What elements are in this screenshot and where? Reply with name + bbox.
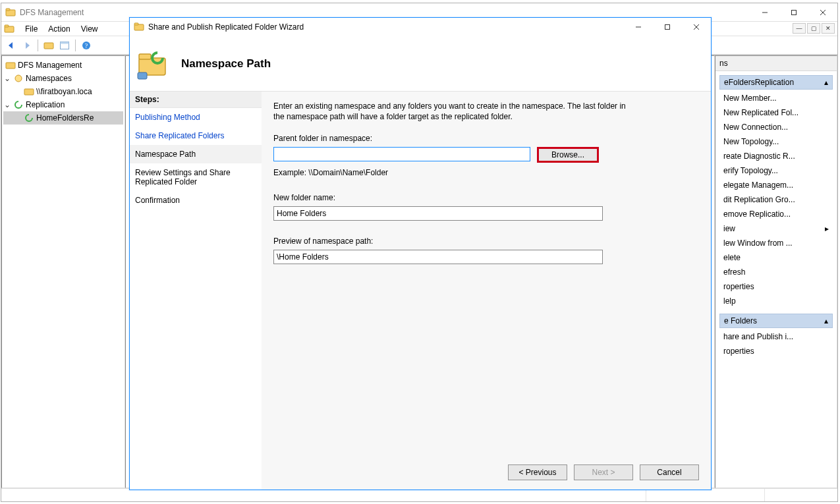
step-confirmation[interactable]: Confirmation: [130, 191, 262, 210]
step-publishing-method[interactable]: Publishing Method: [130, 108, 262, 126]
wizard-close-button[interactable]: [682, 18, 711, 36]
action-refresh[interactable]: efresh: [719, 265, 833, 279]
tree-replication[interactable]: ⌄ Replication: [3, 98, 123, 111]
action-label: elegate Managem...: [723, 181, 793, 190]
action-label: roperties: [723, 282, 754, 291]
action-new-topology[interactable]: New Topology...: [719, 134, 833, 149]
collapse-icon[interactable]: ▴: [824, 78, 828, 87]
mdi-close-button[interactable]: ✕: [822, 23, 835, 34]
action-new-window[interactable]: lew Window from ...: [719, 236, 833, 250]
action-share-and-publish[interactable]: hare and Publish i...: [719, 329, 833, 344]
step-share-replicated[interactable]: Share Replicated Folders: [130, 126, 262, 145]
action-label: elete: [723, 253, 741, 262]
app-icon: [5, 7, 16, 18]
tree-homefolders-label: HomeFoldersRe: [36, 113, 94, 123]
tree-homefolders[interactable]: HomeFoldersRe: [3, 111, 123, 125]
tree-namespace-item[interactable]: \\firatboyan.loca: [3, 85, 123, 98]
action-label: iew: [723, 224, 735, 233]
actions-list-2: hare and Publish i... roperties: [719, 328, 833, 364]
toolbar-calendar-icon[interactable]: [57, 38, 72, 53]
step-review[interactable]: Review Settings and Share Replicated Fol…: [130, 163, 262, 191]
toolbar-folder-icon[interactable]: [42, 38, 56, 53]
parent-folder-row: Browse...: [273, 147, 699, 163]
main-minimize-button[interactable]: [750, 3, 779, 22]
action-label: New Topology...: [723, 137, 779, 146]
toolbar-help-icon[interactable]: ?: [79, 38, 94, 53]
parent-folder-input[interactable]: [273, 147, 530, 161]
action-delete[interactable]: elete: [719, 250, 833, 265]
action-delegate-management[interactable]: elegate Managem...: [719, 178, 833, 192]
action-label: reate Diagnostic R...: [723, 152, 795, 161]
wizard-dialog: Share and Publish Replicated Folder Wiza…: [129, 17, 712, 490]
action-help[interactable]: lelp: [719, 294, 833, 308]
collapse-icon[interactable]: ▴: [824, 316, 828, 325]
action-verify-topology[interactable]: erify Topology...: [719, 163, 833, 178]
action-new-connection[interactable]: New Connection...: [719, 120, 833, 134]
wizard-minimize-button[interactable]: [624, 18, 653, 36]
step-namespace-path[interactable]: Namespace Path: [130, 145, 262, 163]
toolbar-separator-2: [75, 40, 76, 51]
action-label: roperties: [723, 347, 754, 356]
menu-view[interactable]: View: [76, 23, 103, 35]
action-label: erify Topology...: [723, 166, 778, 175]
menu-file[interactable]: File: [20, 23, 43, 35]
previous-button[interactable]: < Previous: [508, 464, 567, 480]
actions-group-folders[interactable]: e Folders ▴: [719, 314, 833, 328]
action-remove-replication[interactable]: emove Replicatio...: [719, 207, 833, 221]
svg-rect-7: [5, 25, 9, 27]
back-button[interactable]: [4, 38, 18, 53]
menu-action[interactable]: Action: [43, 23, 75, 35]
next-button[interactable]: Next >: [574, 464, 633, 480]
action-label: New Replicated Fol...: [723, 108, 798, 117]
tree-root[interactable]: DFS Management: [3, 59, 123, 72]
cancel-button[interactable]: Cancel: [640, 464, 699, 480]
tree-root-label: DFS Management: [18, 61, 82, 70]
main-close-button[interactable]: [808, 3, 837, 22]
action-properties[interactable]: roperties: [719, 279, 833, 294]
action-label: lew Window from ...: [723, 238, 793, 248]
wizard-window-title: Share and Publish Replicated Folder Wiza…: [148, 22, 624, 32]
actions-body: eFoldersReplication ▴ New Member... New …: [715, 71, 837, 488]
action-edit-replication-group[interactable]: dit Replication Gro...: [719, 192, 833, 207]
mdi-restore-button[interactable]: ▢: [807, 23, 820, 34]
new-folder-input[interactable]: [273, 206, 603, 221]
replication-item-icon: [24, 113, 34, 123]
chevron-down-icon[interactable]: ⌄: [3, 74, 11, 83]
wizard-maximize-button[interactable]: [653, 18, 682, 36]
folder-icon: [4, 24, 14, 34]
action-properties-2[interactable]: roperties: [719, 344, 833, 358]
mdi-minimize-button[interactable]: —: [793, 23, 806, 34]
tree-namespaces[interactable]: ⌄ Namespaces: [3, 72, 123, 85]
actions-group-replication-label: eFoldersReplication: [724, 78, 794, 87]
new-folder-label: New folder name:: [273, 193, 699, 202]
actions-group-folders-label: e Folders: [724, 316, 757, 325]
action-new-replicated-folder[interactable]: New Replicated Fol...: [719, 105, 833, 120]
browse-button[interactable]: Browse...: [537, 147, 599, 163]
svg-rect-17: [134, 23, 138, 25]
action-new-member[interactable]: New Member...: [719, 91, 833, 105]
wizard-instructions: Enter an existing namespace and any fold…: [273, 101, 629, 122]
svg-rect-15: [24, 89, 34, 95]
wizard-footer: < Previous Next > Cancel: [508, 464, 699, 480]
wizard-page-title: Namespace Path: [181, 57, 271, 70]
action-create-diagnostic[interactable]: reate Diagnostic R...: [719, 149, 833, 163]
main-maximize-button[interactable]: [779, 3, 808, 22]
statusbar: [1, 488, 837, 501]
wizard-steps-header: Steps:: [130, 92, 262, 108]
wizard-content: Enter an existing namespace and any fold…: [262, 92, 711, 490]
action-label: dit Replication Gro...: [723, 195, 795, 204]
actions-pane: ns eFoldersReplication ▴ New Member... N…: [715, 55, 837, 488]
action-view[interactable]: iew▸: [719, 221, 833, 236]
chevron-down-icon[interactable]: ⌄: [3, 100, 11, 109]
chevron-right-icon: ▸: [825, 224, 829, 233]
main-title: DFS Management: [20, 8, 750, 17]
status-segment: [765, 489, 837, 501]
wizard-titlebar: Share and Publish Replicated Folder Wiza…: [130, 18, 711, 36]
tree-pane[interactable]: DFS Management ⌄ Namespaces \\firatboyan…: [1, 55, 125, 488]
namespaces-icon: [13, 73, 24, 84]
action-label: New Member...: [723, 94, 777, 103]
toolbar-separator: [38, 40, 38, 51]
forward-button[interactable]: [20, 38, 34, 53]
actions-group-replication[interactable]: eFoldersReplication ▴: [719, 75, 833, 90]
wizard-window-controls: [624, 18, 711, 36]
